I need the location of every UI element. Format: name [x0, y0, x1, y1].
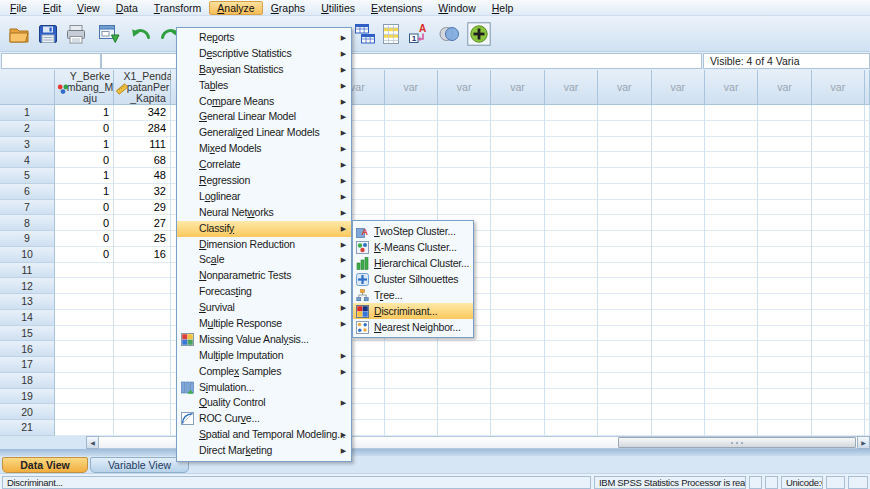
data-cell-empty[interactable] [438, 121, 491, 137]
data-cell-empty[interactable] [545, 404, 598, 420]
data-cell-empty[interactable] [758, 231, 811, 247]
data-cell[interactable] [114, 263, 171, 279]
data-cell[interactable] [114, 357, 171, 373]
data-cell-empty[interactable] [385, 389, 438, 405]
row-number[interactable]: 7 [0, 200, 55, 216]
data-cell-empty[interactable] [812, 389, 865, 405]
value-labels-icon[interactable]: A1 [406, 21, 432, 47]
data-cell-empty[interactable] [652, 420, 705, 436]
tab-variable-view[interactable]: Variable View [90, 457, 189, 474]
column-header-var[interactable]: var [438, 70, 491, 105]
data-cell-empty[interactable] [598, 152, 651, 168]
data-cell[interactable] [114, 389, 171, 405]
custom-dialog-builder-icon[interactable] [466, 21, 492, 47]
menu-item-roc-curve[interactable]: ROC Curve... [177, 411, 351, 427]
data-cell-empty[interactable] [491, 105, 544, 121]
data-cell-empty[interactable] [545, 326, 598, 342]
submenu-item-twostep-cluster[interactable]: ATwoStep Cluster... [353, 223, 473, 239]
data-cell-empty[interactable] [652, 231, 705, 247]
data-cell-empty[interactable] [491, 420, 544, 436]
hscroll-left-arrow[interactable]: ◀ [86, 436, 99, 449]
data-cell-empty[interactable] [705, 200, 758, 216]
data-cell-empty[interactable] [812, 420, 865, 436]
data-cell-empty[interactable] [652, 357, 705, 373]
menu-item-correlate[interactable]: Correlate▶ [177, 157, 351, 173]
data-cell[interactable] [114, 278, 171, 294]
data-cell-empty[interactable] [491, 200, 544, 216]
data-cell-empty[interactable] [491, 389, 544, 405]
menu-item-missing-value-analysis[interactable]: Missing Value Analysis... [177, 332, 351, 348]
row-number[interactable]: 3 [0, 137, 55, 153]
menubar-item-transform[interactable]: Transform [146, 1, 209, 15]
data-cell-empty[interactable] [652, 404, 705, 420]
column-header-var[interactable]: var [812, 70, 865, 105]
menubar-item-extensions[interactable]: Extensions [363, 1, 430, 15]
data-cell[interactable] [55, 373, 114, 389]
row-number[interactable]: 4 [0, 152, 55, 168]
data-cell-empty[interactable] [812, 326, 865, 342]
data-cell-empty[interactable] [705, 389, 758, 405]
data-cell-empty[interactable] [438, 420, 491, 436]
data-cell-empty[interactable] [385, 420, 438, 436]
data-cell-empty[interactable] [491, 263, 544, 279]
data-cell-empty[interactable] [705, 404, 758, 420]
data-cell-empty[interactable] [758, 357, 811, 373]
data-cell[interactable] [114, 341, 171, 357]
row-number[interactable]: 19 [0, 389, 55, 405]
data-cell-empty[interactable] [812, 215, 865, 231]
menu-item-loglinear[interactable]: Loglinear▶ [177, 189, 351, 205]
data-cell-empty[interactable] [385, 137, 438, 153]
menu-item-simulation[interactable]: Simulation... [177, 380, 351, 396]
data-cell-empty[interactable] [491, 137, 544, 153]
data-cell-empty[interactable] [758, 137, 811, 153]
row-number[interactable]: 1 [0, 105, 55, 121]
menu-item-forecasting[interactable]: Forecasting▶ [177, 284, 351, 300]
data-cell[interactable] [114, 404, 171, 420]
data-cell[interactable]: 48 [114, 168, 171, 184]
data-cell[interactable]: 0 [55, 121, 114, 137]
data-cell-empty[interactable] [652, 294, 705, 310]
data-cell[interactable] [55, 294, 114, 310]
data-cell[interactable]: 1 [55, 168, 114, 184]
data-cell-empty[interactable] [491, 231, 544, 247]
data-cell-empty[interactable] [652, 373, 705, 389]
data-cell-empty[interactable] [491, 184, 544, 200]
data-cell-empty[interactable] [545, 310, 598, 326]
select-cases-icon[interactable] [378, 21, 404, 47]
submenu-item-hierarchical-cluster[interactable]: Hierarchical Cluster... [353, 255, 473, 271]
data-cell-empty[interactable] [491, 168, 544, 184]
data-cell-empty[interactable] [491, 152, 544, 168]
data-cell-empty[interactable] [812, 231, 865, 247]
menu-item-complex-samples[interactable]: Complex Samples▶ [177, 364, 351, 380]
data-cell-empty[interactable] [705, 121, 758, 137]
row-number[interactable]: 18 [0, 373, 55, 389]
data-cell-empty[interactable] [652, 137, 705, 153]
column-header-y-berkembang-maju[interactable]: Y_Berke mbang_M aju [55, 70, 114, 105]
data-cell[interactable] [114, 326, 171, 342]
data-cell-empty[interactable] [491, 215, 544, 231]
data-cell-empty[interactable] [598, 263, 651, 279]
data-cell-empty[interactable] [705, 326, 758, 342]
data-cell-empty[interactable] [598, 294, 651, 310]
data-cell-empty[interactable] [705, 247, 758, 263]
data-cell-empty[interactable] [385, 200, 438, 216]
menu-item-descriptive-statistics[interactable]: Descriptive Statistics▶ [177, 46, 351, 62]
data-cell-empty[interactable] [812, 168, 865, 184]
data-cell-empty[interactable] [545, 184, 598, 200]
split-file-icon[interactable] [352, 21, 378, 47]
data-cell-empty[interactable] [491, 247, 544, 263]
menu-item-multiple-imputation[interactable]: Multiple Imputation▶ [177, 348, 351, 364]
row-number[interactable]: 11 [0, 263, 55, 279]
data-cell-empty[interactable] [545, 168, 598, 184]
data-cell-empty[interactable] [812, 357, 865, 373]
data-cell-empty[interactable] [598, 168, 651, 184]
column-header-x1-pendapatanper-kapita[interactable]: X1_Penda patanPer _Kapita [114, 70, 171, 105]
data-cell-empty[interactable] [758, 294, 811, 310]
menubar-item-utilities[interactable]: Utilities [313, 1, 363, 15]
data-cell[interactable] [114, 420, 171, 436]
data-cell-empty[interactable] [705, 420, 758, 436]
data-cell-empty[interactable] [491, 294, 544, 310]
data-cell[interactable] [55, 420, 114, 436]
data-cell-empty[interactable] [545, 121, 598, 137]
data-cell[interactable] [114, 294, 171, 310]
